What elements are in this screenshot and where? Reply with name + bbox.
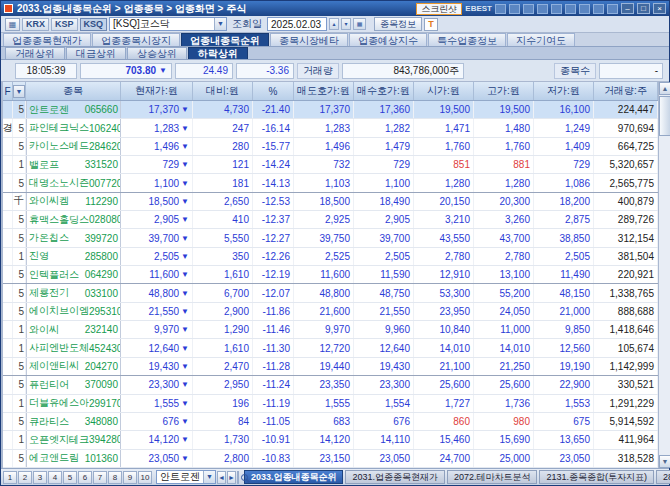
table-row[interactable]: 1진영2858002,505▼350-12.262,5252,5052,7802… xyxy=(3,248,658,266)
page-button-7[interactable]: 7 xyxy=(93,471,107,484)
sector-select[interactable]: [KSQ]코스닥 ▼ xyxy=(109,17,227,31)
table-row[interactable]: 5카이노스메드2846201,496▼280-15.771,4961,4791,… xyxy=(3,138,658,156)
calculator-icon[interactable] xyxy=(551,4,562,14)
stock-name-cell[interactable]: 에코앤드림101360 xyxy=(26,450,121,467)
stock-name-cell[interactable]: 파인테크닉스106240 xyxy=(26,119,121,136)
table-row[interactable]: 5제이앤티씨20427019,430▼2,470-11.2819,44019,4… xyxy=(3,358,658,376)
table-row[interactable]: 5퓨런티어37009023,300▼2,950-11.2423,35023,30… xyxy=(3,376,658,394)
stock-name-cell[interactable]: 밸로프331520 xyxy=(26,156,121,173)
page-button-3[interactable]: 3 xyxy=(33,471,47,484)
scrollbar-track[interactable] xyxy=(659,95,670,455)
maximize-button[interactable]: □ xyxy=(637,3,650,14)
chevron-down-icon[interactable]: ▼ xyxy=(214,18,226,30)
column-header[interactable]: 고가:원 xyxy=(474,82,534,100)
column-header[interactable]: 거래량:주 xyxy=(594,82,658,100)
pin-icon[interactable] xyxy=(509,4,520,14)
print-icon[interactable] xyxy=(537,4,548,14)
scroll-up-icon[interactable]: ▲ xyxy=(659,82,670,95)
stock-name-cell[interactable]: 가온칩스399720 xyxy=(26,229,121,246)
filter-column-header[interactable]: ▼ xyxy=(13,82,26,100)
stock-info-button[interactable]: 종목정보 xyxy=(374,17,422,31)
taskbar-window-button[interactable]: 2033.업종내종목순위 xyxy=(244,470,344,484)
table-row[interactable]: 1오픈엣지테크39428014,120▼1,730-10.9114,12014,… xyxy=(3,431,658,449)
table-row[interactable]: 경5파인테크닉스1062401,283▼247-16.141,2831,2821… xyxy=(3,119,658,137)
table-row[interactable]: 5에이치브이엠29531021,550▼2,900-11.8621,60021,… xyxy=(3,303,658,321)
tab-stock-beta[interactable]: 종목시장베타 xyxy=(270,33,348,46)
tab-special-sector-info[interactable]: 특수업종정보 xyxy=(428,33,506,46)
prev-stock-button[interactable]: ◄ xyxy=(217,471,226,484)
table-row[interactable]: 1더블유에스아2991701,555▼196-11.191,5551,5541,… xyxy=(3,395,658,413)
column-header[interactable]: 대비:원 xyxy=(193,82,253,100)
column-header[interactable]: F xyxy=(3,82,13,100)
column-header[interactable]: 매도호가:원 xyxy=(294,82,354,100)
stock-name-cell[interactable]: 휴맥스홀딩스028080 xyxy=(26,211,121,228)
stock-name-cell[interactable]: 사피엔반도체452430 xyxy=(26,339,121,356)
minimize-button[interactable]: – xyxy=(621,3,634,14)
tab-sector-stock-price[interactable]: 업종종목현재가 xyxy=(3,33,91,46)
column-header[interactable]: 저가:원 xyxy=(534,82,594,100)
scroll-down-icon[interactable]: ▼ xyxy=(659,455,670,468)
stock-name-cell[interactable]: 와이씨232140 xyxy=(26,321,121,338)
stock-name-cell[interactable]: 에이치브이엠295310 xyxy=(26,303,121,320)
table-row[interactable]: 5안트로젠06566017,370▼4,730-21.4017,37017,36… xyxy=(3,101,658,119)
stock-search-combo[interactable]: 안트로젠 ▼ xyxy=(156,470,216,484)
table-row[interactable]: 5인텍플러스06429011,600▼1,610-12.1911,60011,5… xyxy=(3,266,658,284)
page-button-2[interactable]: 2 xyxy=(18,471,32,484)
globe-icon[interactable] xyxy=(579,4,590,14)
search-icon[interactable] xyxy=(237,471,239,484)
stock-name-cell[interactable]: 카이노스메드284620 xyxy=(26,138,121,155)
subtab-gainers[interactable]: 상승상위 xyxy=(127,47,187,59)
filter-dropdown-icon[interactable]: ▼ xyxy=(13,85,25,98)
menu-icon[interactable]: ▦ xyxy=(5,18,20,31)
settings-icon[interactable] xyxy=(565,4,576,14)
page-button-8[interactable]: 8 xyxy=(108,471,122,484)
column-header[interactable]: 종목 xyxy=(26,82,121,100)
help-icon[interactable] xyxy=(607,4,618,14)
stock-name-cell[interactable]: 인텍플러스064290 xyxy=(26,266,121,283)
table-row[interactable]: 5휴맥스홀딩스0280802,905▼410-12.372,9252,9053,… xyxy=(3,211,658,229)
table-row[interactable]: 5가온칩스39972039,700▼5,550-12.2739,75039,70… xyxy=(3,229,658,247)
market-ksp-button[interactable]: KSP xyxy=(51,18,78,31)
subtab-value-top[interactable]: 대금상위 xyxy=(66,47,126,59)
column-header[interactable]: 매수호가:원 xyxy=(354,82,414,100)
stock-name-cell[interactable]: 진영285800 xyxy=(26,248,121,265)
table-row[interactable]: 千와이씨켐11229018,500▼2,650-12.5318,50018,49… xyxy=(3,193,658,211)
date-input[interactable]: 2025.02.03 xyxy=(267,17,327,31)
page-button-10[interactable]: 10 xyxy=(138,471,152,484)
stock-name-cell[interactable]: 큐라티스348080 xyxy=(26,413,121,430)
market-ksq-button[interactable]: KSQ xyxy=(80,18,108,31)
stock-name-cell[interactable]: 와이씨켐112290 xyxy=(26,193,121,210)
chevron-down-icon[interactable]: ▼ xyxy=(203,471,215,483)
table-row[interactable]: 5큐라티스348080676▼84-11.056836768609806755,… xyxy=(3,413,658,431)
stock-name-cell[interactable]: 제룡전기033100 xyxy=(26,284,121,301)
page-button-4[interactable]: 4 xyxy=(48,471,62,484)
clock-icon[interactable] xyxy=(593,4,604,14)
page-button-9[interactable]: 9 xyxy=(123,471,137,484)
screenshot-button[interactable]: 스크린샷 xyxy=(416,3,462,15)
tab-index-contribution[interactable]: 지수기여도 xyxy=(507,33,575,46)
stock-name-cell[interactable]: 더블유에스아299170 xyxy=(26,395,121,412)
table-row[interactable]: 5제룡전기03310048,800▼6,700-12.0748,80048,75… xyxy=(3,284,658,302)
scrollbar-thumb[interactable] xyxy=(659,96,670,136)
stock-name-cell[interactable]: 오픈엣지테크394280 xyxy=(26,431,121,448)
page-button-6[interactable]: 6 xyxy=(78,471,92,484)
page-button-1[interactable]: 1 xyxy=(3,471,17,484)
stock-name-cell[interactable]: 제이앤티씨204270 xyxy=(26,358,121,375)
taskbar-window-button[interactable]: 2131.종목종합(투자지표) xyxy=(539,470,654,484)
chart-icon[interactable]: T xyxy=(424,18,438,31)
stock-name-cell[interactable]: 대명소노시즌007720 xyxy=(26,174,121,191)
date-spin-down-icon[interactable]: ▾ xyxy=(341,18,351,30)
taskbar-window-button[interactable]: 2891.기업정보 xyxy=(656,470,670,484)
calendar-icon[interactable]: ▦ xyxy=(353,18,366,30)
table-row[interactable]: 1와이씨2321409,970▼1,290-11.469,9709,96010,… xyxy=(3,321,658,339)
lock-icon[interactable] xyxy=(495,4,506,14)
column-header[interactable]: % xyxy=(253,82,294,100)
taskbar-window-button[interactable]: 2072.테마차트분석 xyxy=(447,470,538,484)
column-header[interactable]: 현재가:원 xyxy=(121,82,193,100)
taskbar-window-button[interactable]: 2031.업종종목현재가 xyxy=(345,470,445,484)
page-button-5[interactable]: 5 xyxy=(63,471,77,484)
stock-name-cell[interactable]: 퓨런티어370090 xyxy=(26,376,121,393)
tab-sector-expected-index[interactable]: 업종예상지수 xyxy=(349,33,427,46)
tab-sector-stock-market[interactable]: 업종종목시장지 xyxy=(92,33,180,46)
layout-icon[interactable] xyxy=(523,4,534,14)
